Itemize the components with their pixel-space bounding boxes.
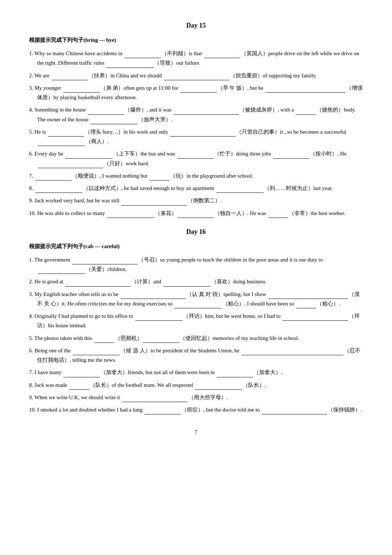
item-text: （加拿大）friends, but not all of them were b… [101, 369, 216, 375]
blank [163, 286, 211, 287]
blank [124, 58, 161, 58]
item-number: 3. My English teacher often tells us to … [29, 291, 120, 297]
item-text: （上下车）the bus and was [113, 151, 176, 157]
blank [106, 68, 154, 68]
day16-section: Day 16 根据提示完成下列句子(cab — careful) 1. The … [29, 228, 363, 415]
page-number: 7 [195, 429, 197, 435]
table-row: 10. He was able to collect so many （束花）（… [29, 208, 363, 218]
item-number: 2. We are [29, 73, 51, 78]
blank [262, 414, 327, 414]
blank [35, 193, 82, 193]
blank [88, 114, 124, 115]
blank [143, 343, 179, 343]
table-row: 4. Something in the house （爆炸）, and it w… [29, 105, 363, 124]
table-row: 1. The government （号召）us young people to… [29, 255, 363, 274]
item-number: 8. [29, 185, 34, 191]
item-number: 9. Jack worked very hard, but he was sti… [29, 198, 121, 203]
blank [144, 414, 181, 414]
item-text: （不列颠）is that [162, 50, 203, 56]
item-text: （束花） [155, 210, 177, 216]
item-text: （倒数第二）. [188, 198, 222, 203]
item-text: （使回忆起）memories of my teaching life in sc… [180, 335, 299, 341]
blank [242, 355, 343, 355]
table-row: 7. （顺便说）, I wanted nothing but （玩）in the… [29, 171, 363, 181]
item-number: 7. I have many [29, 369, 63, 375]
item-text: （以这种方式）, he had saved enough to buy an a… [83, 185, 216, 191]
item-text: （用大些字母）. [188, 394, 228, 400]
blank [107, 218, 154, 218]
item-number: 5. He is [29, 129, 47, 135]
blank [69, 389, 89, 390]
blank [180, 92, 217, 93]
blank [72, 264, 138, 264]
item-number: 6. Every day he [29, 151, 65, 157]
table-row: 8. Jack was made （队长）of the football tea… [29, 380, 363, 390]
table-row: 3. My younger （弟 弟）often gets up at 11:0… [29, 83, 363, 102]
blank [150, 180, 170, 181]
item-text: （导致）our failure. [154, 60, 200, 66]
page-title: Day 15 [29, 22, 363, 29]
item-text: （保持镇静）. [328, 407, 362, 413]
item-text: （被烧成灰烬）, with a [240, 107, 295, 113]
day15-exercise-list: 1. Why so many Chinese have accidents in… [29, 49, 363, 218]
item-text: （担负重担）of supporting my family. [230, 73, 317, 78]
item-number: 4. Originally I had planned to go to his… [29, 313, 135, 319]
blank [90, 124, 138, 124]
item-text: （独自一人）. He was [215, 210, 268, 216]
item-text: （喜欢）doing business. [211, 279, 267, 284]
table-row: 9. When we write U.K, we should write it… [29, 393, 363, 402]
blank [217, 377, 253, 377]
blank [65, 158, 113, 159]
item-number: 7. [29, 173, 34, 179]
table-row: 9. Jack worked very hard, but he was sti… [29, 196, 363, 205]
blank [135, 320, 183, 321]
item-number: 4. Something in the house [29, 107, 87, 113]
day15-header: 根据提示完成下列句子(bring — bye) [29, 37, 363, 44]
item-text: （按小时）. He [310, 151, 346, 157]
item-text: （早 午 饭）, but he [217, 85, 265, 91]
item-number: 1. Why so many Chinese have accidents in [29, 50, 124, 56]
blank [268, 218, 288, 218]
item-text: （照相机） [115, 335, 142, 341]
blank [296, 308, 316, 308]
blank [65, 286, 131, 287]
item-text: （商人）. [86, 138, 109, 144]
item-text: （顺便说）, I wanted nothing but [72, 173, 149, 179]
item-text: （只管自己的事）it , so he becomes a successful [236, 129, 346, 135]
item-text: （爆炸）, and it was [125, 107, 173, 113]
item-text: （埋头 bury…）in his work and only [85, 129, 170, 135]
table-row: 2. We are （扶养）in China and we should （担负… [29, 71, 363, 80]
item-text: （队长）of the football team. We all respect… [90, 382, 195, 388]
item-number: 8. Jack was made [29, 382, 69, 388]
item-text: （癌症）, but the doctor told me to [181, 407, 261, 413]
item-number: 3. My younger [29, 85, 63, 91]
item-number: 6. Being one of the [29, 348, 72, 353]
table-row: 8. （以这种方式）, he had saved enough to buy a… [29, 183, 363, 193]
blank [195, 389, 242, 390]
table-row: 1. Why so many Chinese have accidents in… [29, 49, 363, 68]
day15-section: 根据提示完成下列句子(bring — bye) 1. Why so many C… [29, 37, 363, 218]
item-text: （扶养）in China and we should [89, 73, 163, 78]
page-number-container: 7 [29, 429, 363, 435]
item-text: （粗心）. I should have been so [222, 301, 295, 307]
blank [283, 320, 348, 321]
table-row: 3. My English teacher often tells us to … [29, 289, 363, 309]
blank [273, 158, 309, 159]
item-text: （非常）the best worker. [289, 210, 345, 216]
blank [175, 308, 222, 308]
item-text: （候 选 人）to be president of the Students U… [121, 348, 241, 353]
item-number: 10. He was able to collect so many [29, 210, 106, 216]
item-text: （粗心）. [317, 301, 340, 307]
item-text: （关爱）children. [86, 266, 127, 272]
blank [164, 80, 229, 80]
item-text: （忙于）doing three jobs [214, 151, 272, 157]
item-number: 9. When we write U.K, we should write it [29, 394, 122, 400]
blank [268, 299, 348, 299]
blank [64, 92, 100, 93]
blank [38, 168, 103, 168]
table-row: 5. The photos taken with this （照相机）（使回忆起… [29, 333, 363, 343]
item-text: （号召）us young people to teach the childre… [138, 257, 323, 263]
day16-exercise-list: 1. The government （号召）us young people to… [29, 255, 363, 415]
item-text: （只好）work hard. [104, 161, 149, 166]
blank [266, 92, 346, 93]
